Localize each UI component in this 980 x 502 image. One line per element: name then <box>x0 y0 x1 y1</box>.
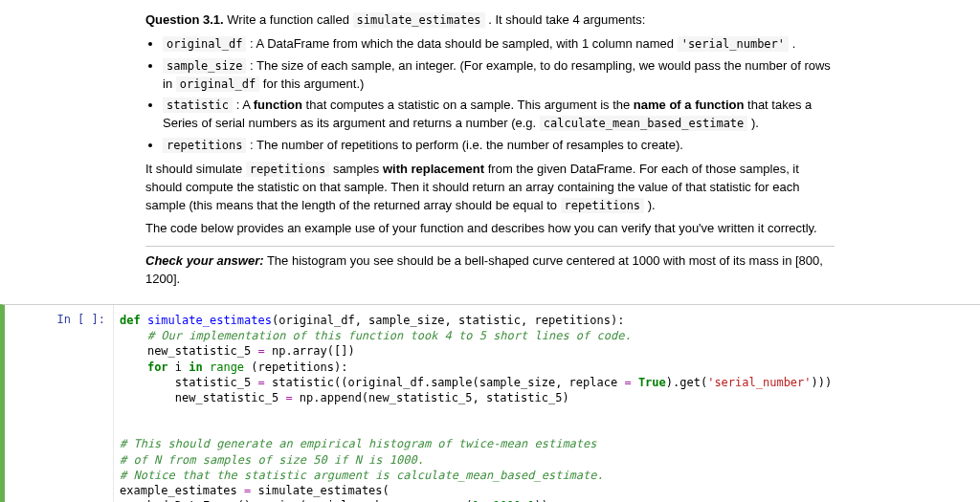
arg-item: sample_size : The size of each sample, a… <box>163 57 835 94</box>
arg-item: original_df : A DataFrame from which the… <box>163 35 835 54</box>
code-cell[interactable]: In [ ]: def simulate_estimates(original_… <box>0 304 980 502</box>
arg-item: statistic : A function that computes a s… <box>163 97 835 133</box>
code-area[interactable]: def simulate_estimates(original_df, samp… <box>113 305 980 502</box>
arg-item: repetitions : The number of repetitions … <box>163 137 835 155</box>
arg-list: original_df : A DataFrame from which the… <box>163 35 835 155</box>
fn-name: simulate_estimates <box>353 12 485 28</box>
question-text: Question 3.1. Write a function called si… <box>0 0 980 300</box>
cell-prompt: In [ ]: <box>5 305 113 502</box>
question-label: Question 3.1. <box>145 12 224 27</box>
divider <box>145 246 835 247</box>
check-label: Check your answer: <box>145 253 264 268</box>
